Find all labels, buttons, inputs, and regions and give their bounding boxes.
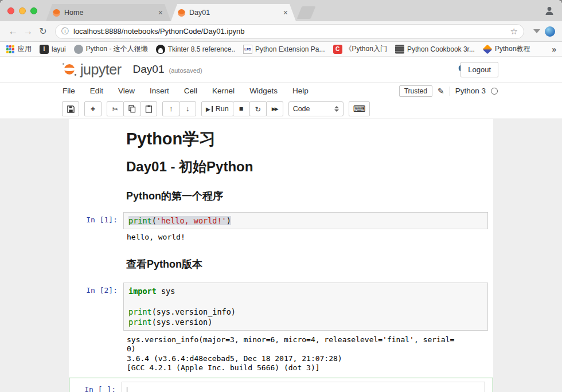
url-text[interactable]: localhost:8888/notebooks/PythonCode/Day0… xyxy=(73,27,510,36)
bookmark-python-tutorial[interactable]: Python教程 xyxy=(483,44,530,54)
output-prompt-spacer xyxy=(69,233,123,242)
tab-day01[interactable]: Day01 × xyxy=(171,4,296,21)
notebook-title[interactable]: Day01 xyxy=(133,63,165,76)
jupyter-wordmark[interactable]: jupyter xyxy=(80,61,122,78)
close-window-button[interactable] xyxy=(7,7,14,14)
menu-file[interactable]: File xyxy=(55,83,83,100)
menu-help[interactable]: Help xyxy=(285,83,316,100)
bookmark-label: Python Cookbook 3r... xyxy=(407,45,475,53)
bookmark-label: Python Extension Pa... xyxy=(255,45,325,53)
copy-cell-button[interactable] xyxy=(123,101,140,116)
output-text: sys.version_info(major=3, minor=6, micro… xyxy=(123,335,493,373)
menu-widgets[interactable]: Widgets xyxy=(242,83,285,100)
markdown-heading-3-second[interactable]: 查看Python版本 xyxy=(126,257,493,271)
run-label: Run xyxy=(216,105,229,113)
code-cell-2[interactable]: In [2]: import sys print(sys.version_inf… xyxy=(69,283,493,331)
reload-icon[interactable]: ↻ xyxy=(36,26,50,37)
restart-kernel-button[interactable]: ↻ xyxy=(249,101,267,116)
bookmark-python-intro[interactable]: C 《Python入门 xyxy=(333,44,387,54)
move-cell-down-button[interactable]: ↓ xyxy=(179,101,196,116)
bookmark-label: Tkinter 8.5 reference.. xyxy=(168,45,235,53)
code-cell-1[interactable]: In [1]: print('hello, world!') xyxy=(69,212,493,229)
input-prompt: In [2]: xyxy=(69,283,123,331)
navigation-bar: ← → ↻ ⓘ localhost:8888/notebooks/PythonC… xyxy=(0,21,562,42)
cut-cell-button[interactable]: ✂ xyxy=(107,101,124,116)
extension-icon[interactable] xyxy=(545,26,555,37)
tab-close-icon[interactable]: × xyxy=(282,8,289,17)
markdown-heading-3-first[interactable]: Python的第一个程序 xyxy=(126,189,493,203)
command-palette-button[interactable]: ⌨ xyxy=(349,101,370,116)
tab-label: Day01 xyxy=(189,9,282,17)
tab-close-icon[interactable]: × xyxy=(157,8,164,17)
notebook-container: Python学习 Day01 - 初始Python Python的第一个程序 I… xyxy=(69,119,493,392)
bookmark-label: Python教程 xyxy=(495,44,530,54)
input-prompt: In [ ]: xyxy=(69,382,122,392)
site-info-icon[interactable]: ⓘ xyxy=(61,26,69,37)
minimize-window-button[interactable] xyxy=(19,7,26,14)
downloads-dropdown-icon[interactable] xyxy=(533,29,540,33)
rocket-favicon xyxy=(483,45,492,54)
new-tab-button[interactable] xyxy=(297,6,316,19)
menu-edit[interactable]: Edit xyxy=(83,83,111,100)
interrupt-kernel-button[interactable]: ■ xyxy=(233,101,250,116)
move-cell-up-button[interactable]: ↑ xyxy=(162,101,179,116)
trusted-badge[interactable]: Trusted xyxy=(399,85,432,97)
menu-insert[interactable]: Insert xyxy=(142,83,177,100)
menu-kernel[interactable]: Kernel xyxy=(205,83,242,100)
jupyter-logo[interactable] xyxy=(61,61,78,78)
menu-view[interactable]: View xyxy=(111,83,142,100)
bookmark-label: Python - 这个人很懒 xyxy=(86,44,148,54)
site-favicon xyxy=(74,45,83,54)
input-prompt: In [1]: xyxy=(69,212,123,229)
bookmark-tkinter-reference[interactable]: Tkinter 8.5 reference.. xyxy=(156,45,235,54)
bookmark-python-extension[interactable]: LFD Python Extension Pa... xyxy=(243,45,325,54)
bookmark-apps[interactable]: 应用 xyxy=(6,44,32,54)
tab-label: Home xyxy=(64,9,157,17)
address-bar[interactable]: ⓘ localhost:8888/notebooks/PythonCode/Da… xyxy=(55,24,524,39)
code-editor-1[interactable]: print('hello, world!') xyxy=(123,212,488,229)
menu-cell[interactable]: Cell xyxy=(177,83,205,100)
code-cell-3-selected[interactable]: In [ ]: xyxy=(69,378,493,392)
forward-icon[interactable]: → xyxy=(21,26,36,37)
profile-icon[interactable] xyxy=(544,5,555,17)
cell-1-output: hello, world! xyxy=(69,233,493,242)
bookmark-label: 应用 xyxy=(18,44,32,54)
run-cell-button[interactable]: ▶ Run xyxy=(201,101,233,116)
tab-home[interactable]: Home × xyxy=(46,4,171,21)
bookmark-python-blog[interactable]: Python - 这个人很懒 xyxy=(74,44,148,54)
jupyter-favicon xyxy=(53,9,60,17)
bookmark-label: layui xyxy=(52,45,66,53)
logout-button[interactable]: Logout xyxy=(460,62,498,77)
code-editor-3[interactable] xyxy=(122,382,485,392)
play-icon: ▶ xyxy=(206,106,210,112)
bookmark-python-cookbook[interactable]: Python Cookbook 3r... xyxy=(395,45,475,54)
restart-run-all-button[interactable]: ▶▶ xyxy=(266,101,283,116)
back-icon[interactable]: ← xyxy=(6,26,21,37)
penguin-favicon xyxy=(156,45,165,54)
markdown-heading-1[interactable]: Python学习 xyxy=(126,128,493,149)
bookmark-layui[interactable]: l layui xyxy=(40,45,66,54)
layui-favicon: l xyxy=(40,45,49,54)
jupyter-header: jupyter Day01 (autosaved) Logout xyxy=(0,57,562,82)
bookmarks-bar: 应用 l layui Python - 这个人很懒 Tkinter 8.5 re… xyxy=(0,42,562,57)
kernel-name[interactable]: Python 3 xyxy=(455,87,486,95)
maximize-window-button[interactable] xyxy=(30,7,37,14)
notebook-area: Python学习 Day01 - 初始Python Python的第一个程序 I… xyxy=(0,119,562,392)
floppy-icon xyxy=(67,105,75,113)
step-bar-icon xyxy=(212,106,213,112)
code-editor-2[interactable]: import sys print(sys.version_info)print(… xyxy=(123,283,488,331)
tab-strip: Home × Day01 × xyxy=(0,0,562,21)
paste-cell-button[interactable] xyxy=(140,101,157,116)
markdown-heading-2[interactable]: Day01 - 初始Python xyxy=(126,158,493,175)
bookmarks-overflow-icon[interactable]: » xyxy=(552,45,556,54)
notebook-toolbar: + ✂ ↑ ↓ ▶ Ru xyxy=(0,99,562,119)
insert-cell-button[interactable]: + xyxy=(84,101,102,116)
text-cursor xyxy=(127,387,127,392)
bookmark-star-icon[interactable]: ☆ xyxy=(510,26,518,37)
cell-type-select[interactable]: Code xyxy=(288,101,344,116)
output-prompt-spacer xyxy=(69,335,123,373)
apps-grid-icon xyxy=(6,45,15,54)
copy-icon xyxy=(128,105,136,113)
save-button[interactable] xyxy=(62,101,79,116)
browser-window: Home × Day01 × ← → ↻ ⓘ localhost:8888/no… xyxy=(0,0,562,392)
